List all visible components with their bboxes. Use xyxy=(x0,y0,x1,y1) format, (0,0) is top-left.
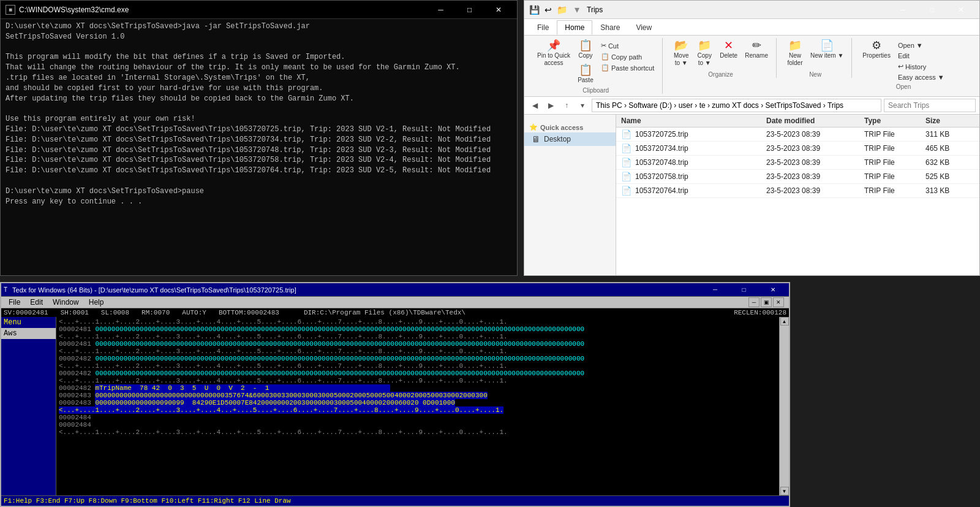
copy-to-button[interactable]: 📁 Copyto ▼ xyxy=(693,38,715,69)
open-button[interactable]: Open ▼ xyxy=(895,40,948,50)
status-bar-text: F1:Help F3:End F7:Up F8:Down F9:Bottom F… xyxy=(4,497,291,505)
paste-icon: 📋 xyxy=(579,64,592,75)
tedx-inner-close-button[interactable]: ✕ xyxy=(773,297,784,307)
tedx-maximize-button[interactable]: □ xyxy=(730,283,758,297)
tedx-menu-window[interactable]: Window xyxy=(48,297,84,308)
tedx-inner-restore-button[interactable]: ▣ xyxy=(761,297,772,307)
copy-icon: 📋 xyxy=(579,40,592,51)
tedx-info-bar: SV:00002481 SH:0001 SL:0008 RM:0070 AUTO… xyxy=(1,308,789,317)
new-item-button[interactable]: 📄 New item ▼ xyxy=(807,38,846,61)
explorer-close-button[interactable]: ✕ xyxy=(947,3,974,17)
rename-button[interactable]: ✏ Rename xyxy=(742,38,771,61)
file-type-5: TRIP File xyxy=(864,186,925,195)
properties-label: Properties xyxy=(862,52,891,59)
edit-button[interactable]: Edit xyxy=(895,51,948,61)
file-size-3: 632 KB xyxy=(925,158,974,167)
recent-locations-button[interactable]: ▾ xyxy=(576,99,589,112)
tedx-menu-file[interactable]: File xyxy=(4,297,25,308)
explorer-maximize-button[interactable]: □ xyxy=(918,3,946,17)
cmd-icon: ■ xyxy=(6,5,15,15)
cmd-line-7: After updating the trip files they shoul… xyxy=(6,94,512,104)
tedx-main[interactable]: <...+....1....+....2....+....3....+....4… xyxy=(56,317,779,495)
sidebar-item-desktop[interactable]: 🖥 Desktop xyxy=(524,132,616,146)
address-path-input[interactable] xyxy=(592,99,881,112)
move-to-button[interactable]: 📂 Moveto ▼ xyxy=(670,38,692,69)
tedx-menubar: File Edit Window Help ─ ▣ ✕ xyxy=(1,297,789,308)
tedx-minimize-button[interactable]: ─ xyxy=(701,283,729,297)
file-row-5[interactable]: 📄 1053720764.trip 23-5-2023 08:39 TRIP F… xyxy=(616,184,979,198)
file-name-3: 1053720748.trip xyxy=(635,158,688,167)
paste-button[interactable]: 📋 Paste xyxy=(575,63,597,86)
paste-label: Paste xyxy=(578,77,594,84)
sv-info: SV:00002481 xyxy=(4,309,48,316)
properties-button[interactable]: ⚙ Properties xyxy=(859,38,894,61)
tab-view[interactable]: View xyxy=(628,20,660,35)
properties-icon: ⚙ xyxy=(872,40,881,51)
file-row-4[interactable]: 📄 1053720758.trip 23-5-2023 08:39 TRIP F… xyxy=(616,170,979,184)
explorer-qat-icon1[interactable]: 💾 xyxy=(529,5,540,15)
paste-shortcut-button[interactable]: 📋 Paste shortcut xyxy=(598,63,657,73)
explorer-qat-icon2[interactable]: ↩ xyxy=(545,5,552,15)
file-row-3[interactable]: 📄 1053720748.trip 23-5-2023 08:39 TRIP F… xyxy=(616,156,979,170)
new-folder-button[interactable]: 📁 Newfolder xyxy=(784,38,806,69)
scroll-up-button[interactable]: ▲ xyxy=(780,317,789,326)
file-type-1: TRIP File xyxy=(864,130,925,139)
pin-to-quick-access-button[interactable]: 📌 Pin to Quickaccess xyxy=(534,38,573,69)
ribbon-group-open: ⚙ Properties Open ▼ Edit ↩ History Easy … xyxy=(854,38,952,90)
tab-file[interactable]: File xyxy=(529,20,557,35)
tedx-content: <...+....1....+....2....+....3....+....4… xyxy=(56,317,779,495)
history-button[interactable]: ↩ History xyxy=(895,61,948,72)
explorer-minimize-button[interactable]: ─ xyxy=(889,3,917,17)
easy-access-button[interactable]: Easy access ▼ xyxy=(895,72,948,82)
explorer-qat-icon3[interactable]: 📁 xyxy=(557,5,567,15)
tedx-inner-minimize-button[interactable]: ─ xyxy=(748,297,760,307)
copy-path-button[interactable]: 📋 Copy path xyxy=(598,51,657,62)
cut-icon: ✂ xyxy=(601,42,606,50)
tab-share[interactable]: Share xyxy=(592,20,628,35)
file-row-1[interactable]: 📄 1053720725.trip 23-5-2023 08:39 TRIP F… xyxy=(616,128,979,142)
sl-info: SL:0008 xyxy=(101,309,129,316)
tedx-close-button[interactable]: ✕ xyxy=(759,283,786,297)
cmd-titlebar: ■ C:\WINDOWS\system32\cmd.exe ─ □ ✕ xyxy=(1,1,517,19)
up-button[interactable]: ↑ xyxy=(560,99,573,112)
cmd-line-1: D:\user\te\zumo XT docs\SetTripsToSaved>… xyxy=(6,21,512,32)
forward-button[interactable]: ▶ xyxy=(544,99,557,112)
back-button[interactable]: ◀ xyxy=(528,99,541,112)
cmd-close-button[interactable]: ✕ xyxy=(484,3,512,17)
file-type-2: TRIP File xyxy=(864,144,925,153)
file-row-2[interactable]: 📄 1053720734.trip 23-5-2023 08:39 TRIP F… xyxy=(616,142,979,156)
cmd-maximize-button[interactable]: □ xyxy=(456,3,483,17)
cmd-line-8: Use this program entirely at your own ri… xyxy=(6,114,512,124)
tedx-scrollbar[interactable]: ▲ ▼ xyxy=(779,317,789,495)
file-type-3: TRIP File xyxy=(864,158,925,167)
ribbon-content: 📌 Pin to Quickaccess 📋 Copy 📋 Paste xyxy=(524,36,979,96)
paste-shortcut-icon: 📋 xyxy=(601,64,609,72)
search-input[interactable] xyxy=(884,99,976,112)
sh-info: SH:0001 xyxy=(61,309,89,316)
menu-label[interactable]: Menu xyxy=(1,317,56,328)
clipboard-buttons: 📌 Pin to Quickaccess 📋 Copy 📋 Paste xyxy=(534,38,657,86)
tedx-menu-help[interactable]: Help xyxy=(84,297,109,308)
col-date[interactable]: Date modified xyxy=(766,116,864,125)
scroll-down-button[interactable]: ▼ xyxy=(780,487,789,495)
file-size-1: 311 KB xyxy=(925,130,974,139)
tab-home[interactable]: Home xyxy=(557,20,592,35)
cmd-line-14: D:\user\te\zumo XT docs\SetTripsToSaved>… xyxy=(6,186,512,197)
rename-label: Rename xyxy=(745,52,768,59)
rename-icon: ✏ xyxy=(752,40,761,51)
cut-button[interactable]: ✂ Cut xyxy=(598,40,657,51)
col-name[interactable]: Name xyxy=(621,116,766,125)
tedx-menu-edit[interactable]: Edit xyxy=(25,297,48,308)
quick-access-header[interactable]: ⭐ Quick access xyxy=(524,120,616,132)
col-size[interactable]: Size xyxy=(925,116,974,125)
cmd-minimize-button[interactable]: ─ xyxy=(427,3,454,17)
pin-icon: 📌 xyxy=(547,40,560,51)
cmd-line-9: File: D:\user\te\zumo XT docs\SetTripsTo… xyxy=(6,124,512,135)
tedx-status-bar: F1:Help F3:End F7:Up F8:Down F9:Bottom F… xyxy=(1,495,789,506)
tedx-main-controls: ─ □ ✕ xyxy=(701,283,786,297)
file-size-5: 313 KB xyxy=(925,186,974,195)
delete-button[interactable]: ✕ Delete xyxy=(717,38,741,61)
copy-button[interactable]: 📋 Copy xyxy=(575,38,597,61)
col-type[interactable]: Type xyxy=(864,116,925,125)
file-list: Name Date modified Type Size 📄 105372072… xyxy=(616,115,979,275)
